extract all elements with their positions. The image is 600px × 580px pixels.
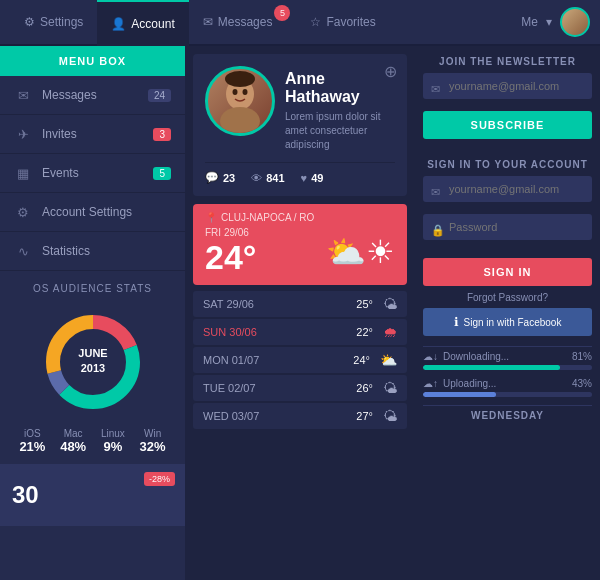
bottom-badge: -28%	[144, 472, 175, 486]
chevron-icon: ▾	[546, 15, 552, 29]
weather-icon-sat: 🌤	[383, 296, 397, 312]
profile-top: Anne Hathaway Lorem ipsum dolor sit amet…	[205, 66, 395, 152]
newsletter-title: JOIN THE NEWSLETTER	[423, 46, 592, 73]
sidebar-item-messages[interactable]: ✉ Messages 24	[0, 76, 185, 115]
messages-icon: ✉	[14, 86, 32, 104]
tab-account[interactable]: 👤 Account	[97, 0, 188, 46]
weather-location: 📍 CLUJ-NAPOCA / RO	[205, 212, 395, 223]
bottom-left-card: 30 -28%	[0, 464, 185, 526]
heart-icon: ♥	[301, 172, 308, 184]
profile-card: ⊕ Anne Hathaway Lorem ipsum dolor s	[193, 54, 407, 196]
svg-point-10	[225, 71, 255, 87]
sidebar-item-invites[interactable]: ✈ Invites 3	[0, 115, 185, 154]
add-button[interactable]: ⊕	[384, 62, 397, 81]
location-icon: 📍	[205, 212, 217, 223]
svg-point-9	[243, 89, 248, 95]
views-icon: 👁	[251, 172, 262, 184]
main-layout: MENU BOX ✉ Messages 24 ✈ Invites 3 ▦ Eve…	[0, 46, 600, 580]
user-menu[interactable]: Me ▾	[521, 7, 590, 37]
messages-icon: ✉	[203, 15, 213, 29]
stat-mac: Mac 48%	[60, 428, 86, 454]
tab-settings[interactable]: ⚙ Settings	[10, 0, 97, 45]
progress-item-uploading: ☁↑ Uploading... 43%	[423, 378, 592, 397]
weather-main-icon: ⛅☀	[326, 233, 395, 271]
profile-desc: Lorem ipsum dolor sit amet consectetuer …	[285, 110, 395, 152]
statistics-icon: ∿	[14, 242, 32, 260]
account-icon: 👤	[111, 17, 126, 31]
svg-point-8	[233, 89, 238, 95]
upload-progress-fill	[423, 392, 496, 397]
signin-title: SIGN IN TO YOUR ACCOUNT	[423, 149, 592, 176]
newsletter-email-wrap: ✉	[423, 73, 592, 105]
facebook-icon: ℹ	[454, 315, 459, 329]
settings-icon: ⚙	[24, 15, 35, 29]
weather-list: SAT 29/06 25° 🌤 SUN 30/06 22° 🌧 MON 01/0…	[193, 291, 407, 429]
download-icon: ☁↓	[423, 351, 438, 362]
svg-text:JUNE: JUNE	[78, 347, 107, 359]
sidebar: MENU BOX ✉ Messages 24 ✈ Invites 3 ▦ Eve…	[0, 46, 185, 580]
weather-main: FRI 29/06 24° ⛅☀	[205, 227, 395, 277]
stats-labels: iOS 21% Mac 48% Linux 9% Win 32%	[12, 428, 173, 454]
stats-title: OS AUDIENCE STATS	[12, 283, 173, 294]
donut-chart: JUNE 2013	[12, 302, 173, 422]
profile-stats: 💬 23 👁 841 ♥ 49	[205, 162, 395, 184]
signin-password-input[interactable]	[423, 214, 592, 240]
menu-box-header: MENU BOX	[0, 46, 185, 76]
newsletter-email-input[interactable]	[423, 73, 592, 99]
signin-button[interactable]: SIGN IN	[423, 258, 592, 286]
signin-email-icon: ✉	[431, 186, 440, 199]
weather-icon-mon: ⛅	[380, 352, 397, 368]
tab-favorites[interactable]: ☆ Favorites	[296, 0, 389, 45]
weather-row-wed: WED 03/07 27° 🌤	[193, 403, 407, 429]
weather-date: FRI 29/06	[205, 227, 256, 238]
stat-ios: iOS 21%	[19, 428, 45, 454]
lock-icon: 🔒	[431, 224, 445, 237]
star-icon: ☆	[310, 15, 321, 29]
forgot-password-link[interactable]: Forgot Password?	[423, 292, 592, 303]
weather-icon-wed: 🌤	[383, 408, 397, 424]
messages-badge: 5	[274, 5, 290, 21]
tab-messages[interactable]: ✉ Messages 5	[189, 0, 297, 45]
account-settings-icon: ⚙	[14, 203, 32, 221]
profile-stat-likes: ♥ 49	[301, 171, 324, 184]
weather-row-mon: MON 01/07 24° ⛅	[193, 347, 407, 373]
upload-icon: ☁↑	[423, 378, 438, 389]
comments-icon: 💬	[205, 171, 219, 184]
sidebar-item-statistics[interactable]: ∿ Statistics	[0, 232, 185, 271]
download-pct: 81%	[572, 351, 592, 362]
center-panel: ⊕ Anne Hathaway Lorem ipsum dolor s	[185, 46, 415, 580]
signin-email-input[interactable]	[423, 176, 592, 202]
download-progress-bar	[423, 365, 592, 370]
svg-point-7	[220, 107, 260, 133]
progress-item-downloading: ☁↓ Downloading... 81%	[423, 351, 592, 370]
events-count-badge: 5	[153, 167, 171, 180]
top-nav: ⚙ Settings 👤 Account ✉ Messages 5 ☆ Favo…	[0, 0, 600, 46]
upload-progress-bar	[423, 392, 592, 397]
download-progress-fill	[423, 365, 560, 370]
email-icon: ✉	[431, 83, 440, 96]
sidebar-item-account-settings[interactable]: ⚙ Account Settings	[0, 193, 185, 232]
profile-info: Anne Hathaway Lorem ipsum dolor sit amet…	[285, 66, 395, 152]
wednesday-section-title: WEDNESDAY	[423, 405, 592, 425]
events-icon: ▦	[14, 164, 32, 182]
upload-pct: 43%	[572, 378, 592, 389]
invites-icon: ✈	[14, 125, 32, 143]
os-stats-section: OS AUDIENCE STATS JUNE 2013	[0, 273, 185, 462]
weather-icon-tue: 🌤	[383, 380, 397, 396]
facebook-signin-button[interactable]: ℹ Sign in with Facebook	[423, 308, 592, 336]
signin-password-wrap: 🔒	[423, 214, 592, 246]
subscribe-button[interactable]: SUBSCRIBE	[423, 111, 592, 139]
profile-name: Anne Hathaway	[285, 70, 395, 106]
profile-stat-views: 👁 841	[251, 171, 284, 184]
stat-win: Win 32%	[140, 428, 166, 454]
sidebar-item-events[interactable]: ▦ Events 5	[0, 154, 185, 193]
invites-count-badge: 3	[153, 128, 171, 141]
divider	[423, 346, 592, 347]
weather-icon-sun: 🌧	[383, 324, 397, 340]
weather-temp: 24°	[205, 238, 256, 277]
stat-linux: Linux 9%	[101, 428, 125, 454]
avatar[interactable]	[560, 7, 590, 37]
svg-text:2013: 2013	[80, 362, 104, 374]
messages-count-badge: 24	[148, 89, 171, 102]
weather-row-sat: SAT 29/06 25° 🌤	[193, 291, 407, 317]
